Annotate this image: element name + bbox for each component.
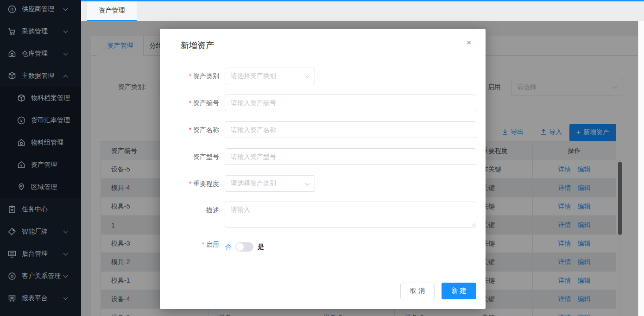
cancel-button[interactable]: 取 消 [400, 283, 435, 299]
sidebar-item-region[interactable]: 区域管理 [0, 176, 81, 198]
field-label-importance: 重要程度 [169, 175, 219, 192]
chevron-down-icon [305, 74, 310, 78]
description-textarea[interactable] [225, 202, 476, 228]
crm-icon [7, 272, 17, 281]
sidebar-item-label: 物料档案管理 [31, 94, 70, 102]
modal-footer: 取 消 新 建 [400, 283, 476, 299]
modal-title: 新增资产 [181, 40, 214, 51]
sidebar-item-label: 采购管理 [22, 27, 48, 36]
switch-off-label: 否 [225, 243, 231, 251]
tag-icon [7, 227, 17, 236]
top-tabbar: 资产管理 [81, 0, 644, 21]
field-label-enable: 启用 [169, 239, 219, 250]
sidebar-item-material-archive[interactable]: 物料档案管理 [0, 87, 81, 109]
warehouse-icon [7, 49, 17, 58]
material-archive-icon [17, 94, 26, 103]
sidebar-item-label: 物料组管理 [31, 139, 63, 147]
chevron-down-icon [63, 6, 68, 11]
task-icon [7, 205, 17, 214]
chevron-down-icon [305, 181, 310, 186]
sidebar-item-currency-rate[interactable]: ¥货币汇率管理 [0, 109, 81, 132]
sidebar-item-report[interactable]: 报表平台 [0, 287, 81, 310]
report-icon [7, 294, 17, 303]
asset-model-input[interactable] [225, 148, 476, 165]
sidebar-item-label: 报表平台 [22, 294, 48, 303]
sidebar-item-warehouse[interactable]: 仓库管理 [0, 43, 81, 65]
switch-on-label: 是 [258, 243, 264, 251]
sidebar-item-smart-badge[interactable]: 智能厂牌 [0, 221, 81, 243]
material-group-icon [17, 138, 26, 147]
sidebar-item-label: 区域管理 [31, 183, 57, 191]
cart-icon [7, 27, 17, 36]
add-asset-modal: 新增资产 × 资产类别 请选择资产类别 资产编号 资产名称 资产型号 重要程度 … [160, 29, 486, 309]
chevron-down-icon [63, 51, 68, 56]
region-icon [17, 183, 26, 192]
sidebar-item-asset[interactable]: ¥资产管理 [0, 154, 81, 176]
sidebar-menu: 供供应商管理采购管理仓库管理主数据管理物料档案管理¥货币汇率管理物料组管理¥资产… [0, 0, 81, 310]
backend-icon [7, 249, 17, 259]
field-label-asset-model: 资产型号 [169, 148, 219, 165]
chevron-down-icon [63, 273, 68, 278]
sidebar-item-label: 资产管理 [31, 161, 57, 169]
confirm-button[interactable]: 新 建 [442, 283, 476, 299]
sidebar-item-label: 主数据管理 [22, 72, 54, 80]
category-select[interactable]: 请选择资产类别 [225, 68, 315, 84]
category-placeholder: 请选择资产类别 [231, 72, 276, 80]
sidebar-item-master-data[interactable]: 主数据管理 [0, 65, 81, 87]
sidebar-item-label: 智能厂牌 [22, 228, 48, 236]
sidebar-item-purchase[interactable]: 采购管理 [0, 20, 81, 43]
supplier-icon: 供 [7, 5, 17, 14]
chevron-down-icon [63, 229, 68, 234]
window-scrollbar[interactable] [638, 21, 644, 316]
asset-code-input[interactable] [225, 95, 476, 111]
sidebar-item-crm[interactable]: 客户关系管理 [0, 265, 81, 287]
sidebar-item-supplier[interactable]: 供供应商管理 [0, 0, 81, 20]
top-tab-label: 资产管理 [99, 6, 125, 15]
sidebar-item-label: 仓库管理 [22, 50, 48, 58]
master-data-icon [7, 71, 17, 81]
sidebar-item-material-group[interactable]: 物料组管理 [0, 132, 81, 154]
chevron-down-icon [63, 251, 68, 256]
asset-icon: ¥ [17, 160, 26, 170]
asset-name-input[interactable] [225, 121, 476, 138]
toggle-knob [236, 243, 244, 251]
top-tab-asset-management[interactable]: 资产管理 [87, 1, 137, 21]
svg-text:供: 供 [10, 7, 14, 12]
chevron-up-icon [63, 75, 68, 80]
sidebar-item-task-center[interactable]: 任务中心 [0, 198, 81, 221]
currency-icon: ¥ [17, 116, 26, 125]
importance-placeholder: 请选择资产类别 [231, 179, 276, 188]
sidebar-item-label: 后台管理 [22, 250, 48, 258]
sidebar-item-backend[interactable]: 后台管理 [0, 243, 81, 265]
svg-text:¥: ¥ [19, 119, 23, 123]
field-label-category: 资产类别 [169, 68, 219, 84]
sidebar-item-label: 货币汇率管理 [31, 116, 70, 125]
chevron-down-icon [63, 29, 68, 33]
top-accent-line [81, 0, 644, 1]
enable-toggle[interactable] [235, 242, 253, 252]
field-label-description: 描述 [169, 202, 219, 218]
enable-switch-row: 否 是 [225, 241, 264, 253]
sidebar-item-label: 供应商管理 [22, 5, 54, 13]
sidebar: 供供应商管理采购管理仓库管理主数据管理物料档案管理¥货币汇率管理物料组管理¥资产… [0, 0, 81, 316]
field-label-asset-name: 资产名称 [169, 121, 219, 138]
svg-text:¥: ¥ [20, 164, 23, 168]
sidebar-item-label: 客户关系管理 [22, 272, 61, 280]
importance-select[interactable]: 请选择资产类别 [225, 175, 315, 192]
sidebar-item-label: 任务中心 [22, 205, 48, 214]
field-label-asset-code: 资产编号 [169, 95, 219, 111]
close-icon[interactable]: × [463, 37, 474, 48]
chevron-down-icon [63, 296, 68, 300]
